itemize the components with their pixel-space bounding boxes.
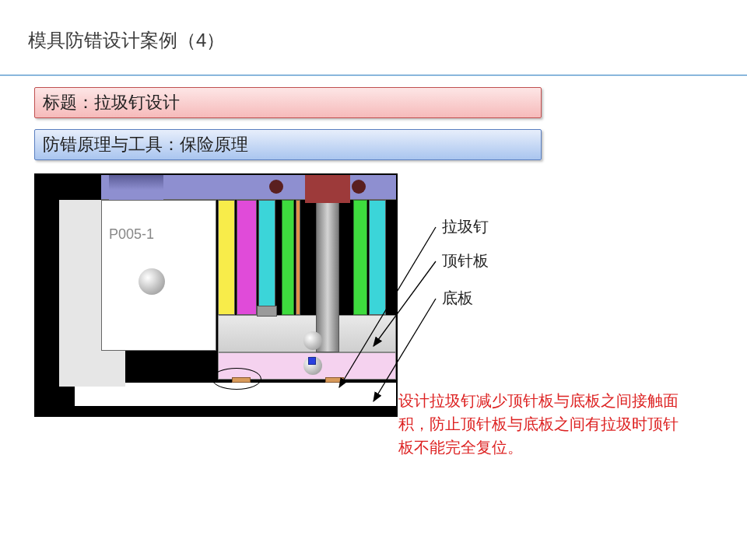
callout-base-plate: 底板 xyxy=(442,288,473,309)
schematic-figure: P005-1 xyxy=(34,173,398,417)
title-banner-text: 标题：拉圾钉设计 xyxy=(43,91,180,114)
callout-garbage-nail: 拉圾钉 xyxy=(442,216,489,237)
title-banner: 标题：拉圾钉设计 xyxy=(34,87,542,118)
garbage-nail-icon xyxy=(325,377,344,383)
divider xyxy=(0,75,747,76)
page-title: 模具防错设计案例（4） xyxy=(28,28,225,53)
callout-ejector-plate: 顶针板 xyxy=(442,250,489,271)
part-id-label: P005-1 xyxy=(109,226,154,243)
principle-banner-text: 防错原理与工具：保险原理 xyxy=(43,133,248,156)
design-note: 设计拉圾钉减少顶针板与底板之间接触面积，防止顶针板与底板之间有拉圾时顶针板不能完… xyxy=(398,389,686,459)
highlight-circle xyxy=(212,368,261,390)
principle-banner: 防错原理与工具：保险原理 xyxy=(34,129,542,160)
